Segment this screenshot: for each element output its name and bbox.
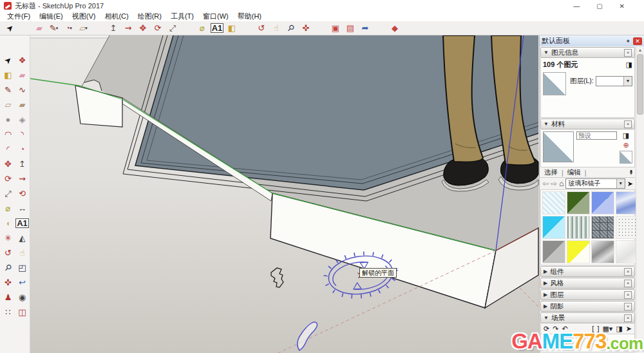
offset-tool-icon[interactable]: ⟲	[15, 187, 30, 200]
scale-tool-icon[interactable]: ⤢	[165, 21, 180, 35]
sample-paint-icon[interactable]: ✒	[627, 169, 635, 175]
menu-window[interactable]: 窗口(W)	[198, 12, 233, 21]
circle-tool-icon[interactable]: ●	[1, 113, 15, 126]
separator[interactable]	[180, 21, 194, 35]
extension-warehouse-icon[interactable]: ◆	[387, 21, 402, 35]
section-close-icon[interactable]: ×	[624, 303, 632, 310]
menu-draw[interactable]: 绘图(R)	[133, 12, 166, 21]
menu-help[interactable]: 帮助(H)	[233, 12, 266, 21]
paint-bucket-icon[interactable]: ◧	[1, 68, 15, 82]
default-material-thumb[interactable]	[620, 151, 632, 164]
eraser-tool-icon[interactable]: ▰	[15, 68, 30, 82]
look-around-icon[interactable]: ◉	[15, 291, 30, 304]
section-layers[interactable]: ▶ 图层 ×	[540, 289, 635, 300]
send-to-layout-icon[interactable]: ➦	[357, 21, 372, 35]
toggle-visible-icon[interactable]: ◨	[626, 61, 632, 69]
separator[interactable]	[239, 21, 254, 35]
pie-tool-icon[interactable]: ◔	[15, 142, 30, 156]
collection-dropdown[interactable]: 玻璃和镜子 ▼	[565, 178, 625, 189]
menu-file[interactable]: 文件(F)	[3, 12, 35, 21]
arc-tool-icon[interactable]: ◠	[1, 128, 15, 141]
swatch-mirror-gradient[interactable]	[591, 240, 614, 263]
tab-select[interactable]: 选择	[542, 168, 560, 177]
tab-edit[interactable]: 编辑	[565, 168, 583, 177]
rectangle-tool-icon[interactable]: ▱	[1, 98, 15, 111]
line-tool-icon[interactable]: ✎	[1, 83, 15, 97]
section-scenes[interactable]: ▼ 场景 ×	[540, 312, 635, 323]
share-model-icon[interactable]: ▤	[343, 21, 357, 35]
make-component-icon[interactable]: ❖	[15, 53, 30, 67]
material-name-input[interactable]	[576, 131, 617, 140]
model-viewport[interactable]: 解锁的平面	[30, 35, 539, 353]
layer-dropdown[interactable]: ▼	[596, 76, 632, 86]
section-close-icon[interactable]: ×	[624, 291, 632, 299]
swatch-blue-diagonal[interactable]	[591, 191, 614, 215]
section-shadows[interactable]: ▶ 阴影 ×	[540, 301, 635, 312]
two-point-arc-icon[interactable]: ◝	[15, 128, 30, 141]
pushpull-tool-icon[interactable]: ↥	[15, 157, 30, 171]
paint-bucket-icon[interactable]: ◧	[224, 21, 239, 35]
section-close-icon[interactable]: ×	[624, 314, 632, 322]
walk-tool-icon[interactable]: ∷	[1, 305, 15, 319]
panel-scrollbar[interactable]: ▲	[636, 46, 644, 353]
section-close-icon[interactable]: ×	[624, 120, 632, 128]
text-tool-icon[interactable]: A1	[15, 216, 30, 230]
zoom-extents-icon[interactable]: ✜	[298, 21, 313, 35]
secondary-pane-icon[interactable]: ◨	[623, 131, 629, 140]
section-entity-info[interactable]: ▼ 图元信息 ×	[540, 47, 635, 58]
rotated-rectangle-icon[interactable]: ▰	[15, 98, 30, 111]
menu-camera[interactable]: 相机(C)	[100, 12, 133, 21]
position-camera-icon[interactable]: ♟	[1, 291, 15, 304]
followme-tool-icon[interactable]: ⇝	[120, 21, 135, 35]
separator[interactable]	[91, 21, 106, 35]
swatch-frosted-blocks[interactable]	[591, 216, 614, 239]
section-materials[interactable]: ▼ 材料 ×	[540, 119, 635, 129]
orbit-tool-icon[interactable]: ↺	[254, 21, 269, 35]
separator[interactable]	[372, 21, 387, 35]
tape-measure-icon[interactable]: ⌀	[194, 21, 209, 35]
swatch-ribbed-glass[interactable]	[567, 216, 590, 239]
tape-measure-icon[interactable]: ⌀	[1, 202, 15, 215]
select-tool-icon[interactable]: ➤	[2, 21, 17, 35]
3d-text-icon[interactable]: ◭	[15, 231, 30, 245]
three-point-arc-icon[interactable]: ◜	[1, 142, 15, 156]
rotate-tool-icon[interactable]: ⟳	[1, 172, 15, 186]
section-styles[interactable]: ▶ 风格 ×	[540, 278, 635, 289]
swatch-cyan-diagonal[interactable]	[542, 216, 565, 239]
swatch-textured-glass[interactable]	[542, 191, 565, 215]
previous-view-icon[interactable]: ↩	[15, 276, 30, 289]
followme-tool-icon[interactable]: ⇝	[15, 172, 30, 186]
freehand-tool-icon[interactable]: ∿	[15, 83, 30, 97]
section-close-icon[interactable]: ×	[624, 268, 632, 276]
swatch-yellow-diagonal[interactable]	[567, 240, 590, 263]
text-tool-icon[interactable]: A1	[209, 21, 224, 35]
scrollbar-thumb[interactable]	[637, 54, 643, 115]
axes-tool-icon[interactable]: ✳	[1, 231, 15, 245]
pan-tool-icon[interactable]: ☝	[15, 246, 30, 260]
tray-close-button[interactable]: ✕	[633, 37, 642, 45]
swatch-green-diagonal[interactable]	[567, 191, 590, 215]
rotate-tool-icon[interactable]: ⟳	[150, 21, 165, 35]
entity-material-thumb[interactable]	[543, 72, 566, 95]
section-close-icon[interactable]: ×	[624, 280, 632, 287]
section-close-icon[interactable]: ×	[624, 49, 632, 57]
home-icon[interactable]: ⌂	[559, 179, 564, 188]
zoom-window-icon[interactable]: ◰	[15, 261, 30, 274]
section-plane-icon[interactable]: ◫	[15, 305, 30, 319]
menu-tools[interactable]: 工具(T)	[166, 12, 198, 21]
pushpull-tool-icon[interactable]: ↥	[106, 21, 120, 35]
orbit-tool-icon[interactable]: ↺	[1, 246, 15, 260]
line-tool-icon[interactable]: ✎▾	[46, 21, 61, 35]
forward-arrow-icon[interactable]: ⇨	[551, 179, 557, 188]
separator[interactable]	[17, 21, 32, 35]
menu-edit[interactable]: 编辑(E)	[35, 12, 68, 21]
scroll-up-icon[interactable]: ▲	[638, 46, 643, 52]
swatch-gray-diagonal[interactable]	[542, 240, 565, 263]
arc-tool-icon[interactable]: ◔▾	[61, 21, 76, 35]
zoom-extents-icon[interactable]: ✜	[1, 276, 15, 289]
rectangle-tool-icon[interactable]: ▱▾	[76, 21, 91, 35]
polygon-tool-icon[interactable]: ◈	[15, 113, 30, 126]
separator[interactable]	[313, 21, 328, 35]
menu-view[interactable]: 视图(V)	[68, 12, 100, 21]
select-tool-icon[interactable]: ➤	[1, 53, 15, 67]
